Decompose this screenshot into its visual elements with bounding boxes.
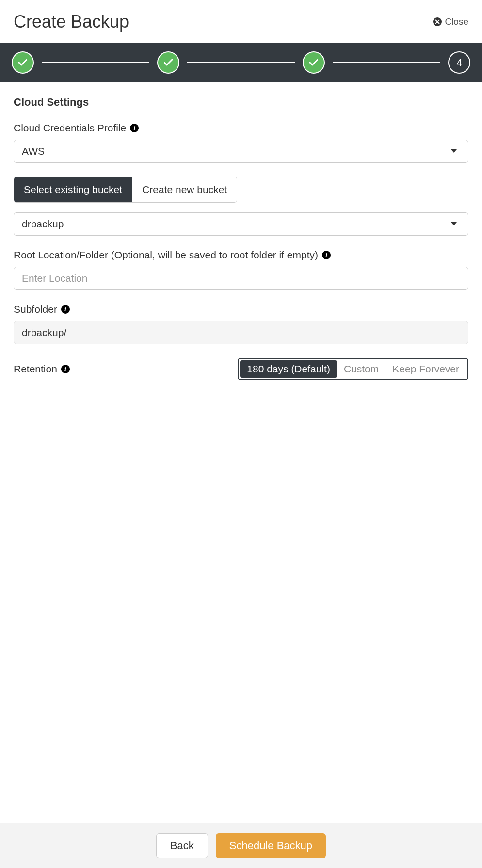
subfolder-value: drbackup/ [14, 321, 468, 344]
root-location-label: Root Location/Folder (Optional, will be … [14, 249, 318, 261]
section-title: Cloud Settings [14, 96, 468, 109]
step-1-done[interactable] [12, 51, 34, 74]
retention-180-days[interactable]: 180 days (Default) [240, 360, 337, 378]
retention-segmented: 180 days (Default) Custom Keep Forvever [238, 358, 468, 380]
credentials-label-row: Cloud Credentials Profile i [14, 122, 468, 134]
caret-down-icon [450, 222, 457, 226]
caret-down-icon [450, 149, 457, 154]
step-number: 4 [456, 57, 462, 68]
wizard-stepper: 4 [0, 43, 482, 82]
close-label: Close [445, 16, 468, 27]
retention-custom[interactable]: Custom [337, 360, 386, 378]
subfolder-label: Subfolder [14, 304, 57, 315]
step-4-current[interactable]: 4 [448, 51, 470, 74]
schedule-backup-button[interactable]: Schedule Backup [216, 833, 326, 858]
step-connector [333, 62, 440, 63]
close-button[interactable]: Close [433, 16, 468, 27]
back-button[interactable]: Back [156, 833, 208, 858]
retention-row: Retention i 180 days (Default) Custom Ke… [14, 358, 468, 380]
check-icon [309, 59, 318, 66]
step-2-done[interactable] [157, 51, 179, 74]
dialog-header: Create Backup Close [0, 0, 482, 43]
step-3-done[interactable] [303, 51, 325, 74]
subfolder-label-row: Subfolder i [14, 304, 468, 315]
credentials-select[interactable]: AWS [14, 140, 468, 163]
wizard-footer: Back Schedule Backup [0, 823, 482, 868]
info-icon[interactable]: i [130, 124, 139, 132]
retention-keep-forever[interactable]: Keep Forvever [386, 360, 466, 378]
info-icon[interactable]: i [61, 365, 70, 373]
root-location-input[interactable] [14, 267, 468, 290]
check-icon [18, 59, 27, 66]
check-icon [164, 59, 173, 66]
create-new-bucket-tab[interactable]: Create new bucket [132, 177, 237, 202]
close-icon [433, 17, 442, 26]
bucket-select[interactable]: drbackup [14, 212, 468, 236]
step-connector [42, 62, 149, 63]
info-icon[interactable]: i [322, 251, 331, 259]
retention-label: Retention [14, 363, 57, 375]
retention-label-row: Retention i [14, 363, 70, 375]
root-location-label-row: Root Location/Folder (Optional, will be … [14, 249, 468, 261]
page-title: Create Backup [14, 12, 129, 32]
info-icon[interactable]: i [61, 305, 70, 314]
credentials-value: AWS [22, 145, 45, 157]
form-body: Cloud Settings Cloud Credentials Profile… [0, 82, 482, 823]
credentials-label: Cloud Credentials Profile [14, 122, 126, 134]
subfolder-text: drbackup/ [22, 327, 66, 338]
bucket-mode-toggle: Select existing bucket Create new bucket [14, 177, 237, 203]
step-connector [187, 62, 295, 63]
select-existing-bucket-tab[interactable]: Select existing bucket [14, 177, 132, 202]
bucket-value: drbackup [22, 218, 64, 230]
